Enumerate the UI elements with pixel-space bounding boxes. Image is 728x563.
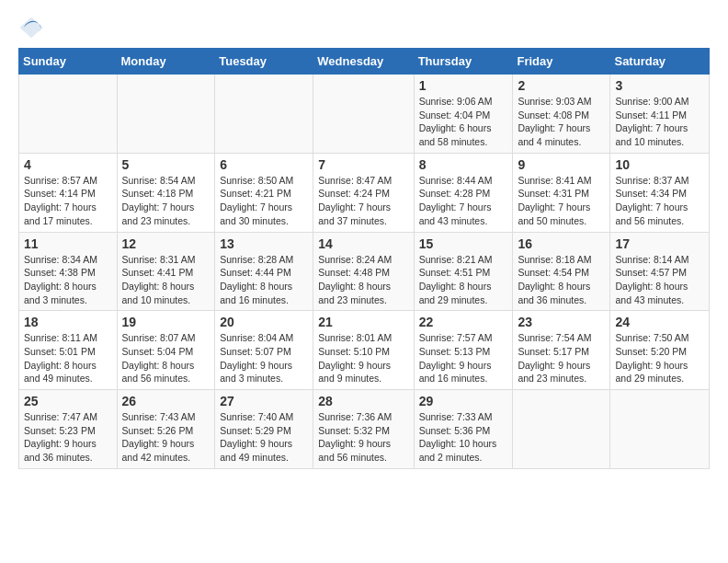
day-number: 8	[419, 157, 508, 172]
calendar-cell: 6Sunrise: 8:50 AM Sunset: 4:21 PM Daylig…	[215, 153, 313, 232]
day-info: Sunrise: 7:50 AM Sunset: 5:20 PM Dayligh…	[615, 331, 704, 385]
calendar-cell: 28Sunrise: 7:36 AM Sunset: 5:32 PM Dayli…	[313, 390, 414, 469]
calendar-cell: 14Sunrise: 8:24 AM Sunset: 4:48 PM Dayli…	[313, 232, 414, 311]
weekday-sunday: Sunday	[19, 49, 118, 75]
calendar-cell: 10Sunrise: 8:37 AM Sunset: 4:34 PM Dayli…	[610, 153, 710, 232]
day-info: Sunrise: 8:14 AM Sunset: 4:57 PM Dayligh…	[615, 253, 704, 307]
day-number: 11	[24, 236, 112, 251]
day-number: 20	[220, 315, 308, 329]
week-row-5: 25Sunrise: 7:47 AM Sunset: 5:23 PM Dayli…	[19, 390, 710, 469]
calendar-cell: 8Sunrise: 8:44 AM Sunset: 4:28 PM Daylig…	[414, 153, 513, 232]
day-info: Sunrise: 8:50 AM Sunset: 4:21 PM Dayligh…	[220, 174, 308, 228]
day-info: Sunrise: 8:44 AM Sunset: 4:28 PM Dayligh…	[419, 174, 508, 228]
day-number: 17	[615, 236, 704, 251]
day-number: 1	[419, 78, 508, 93]
calendar-cell: 26Sunrise: 7:43 AM Sunset: 5:26 PM Dayli…	[117, 390, 215, 469]
calendar-cell: 29Sunrise: 7:33 AM Sunset: 5:36 PM Dayli…	[414, 390, 513, 469]
day-number: 26	[122, 394, 210, 408]
calendar-cell: 21Sunrise: 8:01 AM Sunset: 5:10 PM Dayli…	[313, 311, 414, 390]
calendar-cell: 24Sunrise: 7:50 AM Sunset: 5:20 PM Dayli…	[610, 311, 710, 390]
logo-icon	[18, 15, 44, 40]
calendar-cell: 18Sunrise: 8:11 AM Sunset: 5:01 PM Dayli…	[19, 311, 118, 390]
calendar-cell	[117, 75, 215, 154]
day-info: Sunrise: 8:34 AM Sunset: 4:38 PM Dayligh…	[24, 253, 112, 307]
day-info: Sunrise: 9:03 AM Sunset: 4:08 PM Dayligh…	[518, 95, 605, 149]
calendar-cell: 3Sunrise: 9:00 AM Sunset: 4:11 PM Daylig…	[610, 75, 710, 154]
weekday-wednesday: Wednesday	[313, 49, 414, 75]
day-info: Sunrise: 8:18 AM Sunset: 4:54 PM Dayligh…	[518, 253, 605, 307]
calendar-cell	[313, 75, 414, 154]
calendar-cell	[19, 75, 118, 154]
calendar-body: 1Sunrise: 9:06 AM Sunset: 4:04 PM Daylig…	[19, 75, 710, 469]
day-number: 29	[419, 394, 508, 408]
day-number: 14	[318, 236, 408, 251]
day-info: Sunrise: 7:40 AM Sunset: 5:29 PM Dayligh…	[220, 410, 308, 465]
day-number: 18	[24, 315, 112, 329]
day-info: Sunrise: 8:37 AM Sunset: 4:34 PM Dayligh…	[615, 174, 704, 228]
day-info: Sunrise: 8:07 AM Sunset: 5:04 PM Dayligh…	[122, 331, 210, 385]
day-info: Sunrise: 7:47 AM Sunset: 5:23 PM Dayligh…	[24, 410, 112, 465]
weekday-friday: Friday	[513, 49, 610, 75]
calendar-cell: 20Sunrise: 8:04 AM Sunset: 5:07 PM Dayli…	[215, 311, 313, 390]
calendar-cell: 23Sunrise: 7:54 AM Sunset: 5:17 PM Dayli…	[513, 311, 610, 390]
day-info: Sunrise: 8:28 AM Sunset: 4:44 PM Dayligh…	[220, 253, 308, 307]
header	[18, 15, 710, 40]
calendar-cell: 16Sunrise: 8:18 AM Sunset: 4:54 PM Dayli…	[513, 232, 610, 311]
day-number: 27	[220, 394, 308, 408]
calendar-cell: 15Sunrise: 8:21 AM Sunset: 4:51 PM Dayli…	[414, 232, 513, 311]
day-info: Sunrise: 7:57 AM Sunset: 5:13 PM Dayligh…	[419, 331, 508, 385]
day-info: Sunrise: 8:04 AM Sunset: 5:07 PM Dayligh…	[220, 331, 308, 385]
day-info: Sunrise: 8:21 AM Sunset: 4:51 PM Dayligh…	[419, 253, 508, 307]
page: SundayMondayTuesdayWednesdayThursdayFrid…	[0, 0, 728, 480]
day-number: 15	[419, 236, 508, 251]
calendar-header: SundayMondayTuesdayWednesdayThursdayFrid…	[19, 49, 710, 75]
day-number: 24	[615, 315, 704, 329]
logo	[18, 15, 48, 40]
day-number: 23	[518, 315, 605, 329]
day-info: Sunrise: 7:36 AM Sunset: 5:32 PM Dayligh…	[318, 410, 408, 465]
calendar-cell: 22Sunrise: 7:57 AM Sunset: 5:13 PM Dayli…	[414, 311, 513, 390]
calendar-cell	[513, 390, 610, 469]
day-info: Sunrise: 8:31 AM Sunset: 4:41 PM Dayligh…	[122, 253, 210, 307]
day-number: 16	[518, 236, 605, 251]
weekday-saturday: Saturday	[610, 49, 710, 75]
calendar-cell: 17Sunrise: 8:14 AM Sunset: 4:57 PM Dayli…	[610, 232, 710, 311]
day-number: 5	[122, 157, 210, 172]
day-number: 21	[318, 315, 408, 329]
day-number: 4	[24, 157, 112, 172]
day-info: Sunrise: 8:11 AM Sunset: 5:01 PM Dayligh…	[24, 331, 112, 385]
calendar-cell: 5Sunrise: 8:54 AM Sunset: 4:18 PM Daylig…	[117, 153, 215, 232]
day-info: Sunrise: 8:41 AM Sunset: 4:31 PM Dayligh…	[518, 174, 605, 228]
day-number: 12	[122, 236, 210, 251]
weekday-header-row: SundayMondayTuesdayWednesdayThursdayFrid…	[19, 49, 710, 75]
day-info: Sunrise: 8:01 AM Sunset: 5:10 PM Dayligh…	[318, 331, 408, 385]
day-number: 3	[615, 78, 704, 93]
calendar-cell: 27Sunrise: 7:40 AM Sunset: 5:29 PM Dayli…	[215, 390, 313, 469]
day-info: Sunrise: 8:24 AM Sunset: 4:48 PM Dayligh…	[318, 253, 408, 307]
day-number: 2	[518, 78, 605, 93]
day-info: Sunrise: 8:54 AM Sunset: 4:18 PM Dayligh…	[122, 174, 210, 228]
day-info: Sunrise: 9:00 AM Sunset: 4:11 PM Dayligh…	[615, 95, 704, 149]
calendar-cell: 9Sunrise: 8:41 AM Sunset: 4:31 PM Daylig…	[513, 153, 610, 232]
calendar-cell: 19Sunrise: 8:07 AM Sunset: 5:04 PM Dayli…	[117, 311, 215, 390]
day-info: Sunrise: 8:47 AM Sunset: 4:24 PM Dayligh…	[318, 174, 408, 228]
svg-marker-0	[19, 17, 42, 38]
week-row-3: 11Sunrise: 8:34 AM Sunset: 4:38 PM Dayli…	[19, 232, 710, 311]
calendar-table: SundayMondayTuesdayWednesdayThursdayFrid…	[18, 48, 710, 469]
day-number: 10	[615, 157, 704, 172]
calendar-cell: 12Sunrise: 8:31 AM Sunset: 4:41 PM Dayli…	[117, 232, 215, 311]
calendar-cell: 1Sunrise: 9:06 AM Sunset: 4:04 PM Daylig…	[414, 75, 513, 154]
week-row-1: 1Sunrise: 9:06 AM Sunset: 4:04 PM Daylig…	[19, 75, 710, 154]
day-number: 25	[24, 394, 112, 408]
day-info: Sunrise: 7:54 AM Sunset: 5:17 PM Dayligh…	[518, 331, 605, 385]
day-number: 9	[518, 157, 605, 172]
calendar-cell: 11Sunrise: 8:34 AM Sunset: 4:38 PM Dayli…	[19, 232, 118, 311]
calendar-cell: 2Sunrise: 9:03 AM Sunset: 4:08 PM Daylig…	[513, 75, 610, 154]
day-info: Sunrise: 9:06 AM Sunset: 4:04 PM Dayligh…	[419, 95, 508, 149]
day-info: Sunrise: 7:33 AM Sunset: 5:36 PM Dayligh…	[419, 410, 508, 465]
week-row-4: 18Sunrise: 8:11 AM Sunset: 5:01 PM Dayli…	[19, 311, 710, 390]
weekday-thursday: Thursday	[414, 49, 513, 75]
calendar-cell: 13Sunrise: 8:28 AM Sunset: 4:44 PM Dayli…	[215, 232, 313, 311]
day-number: 22	[419, 315, 508, 329]
calendar-cell: 7Sunrise: 8:47 AM Sunset: 4:24 PM Daylig…	[313, 153, 414, 232]
